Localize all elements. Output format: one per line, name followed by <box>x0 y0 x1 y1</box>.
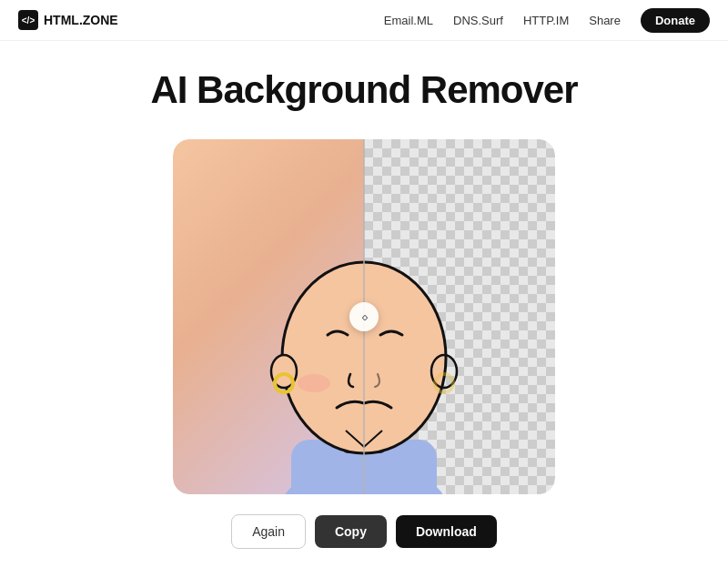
nav-links: Email.ML DNS.Surf HTTP.IM Share Donate <box>384 8 710 33</box>
action-buttons: Again Copy Download <box>231 514 497 549</box>
logo[interactable]: </> HTML.ZONE <box>18 10 118 30</box>
logo-text: HTML.ZONE <box>44 13 118 27</box>
copy-button[interactable]: Copy <box>315 515 387 548</box>
slider-handle[interactable]: ‹› <box>349 302 379 331</box>
main-content: AI Background Remover <box>0 41 728 549</box>
slider-arrows-icon: ‹› <box>361 309 366 324</box>
navbar: </> HTML.ZONE Email.ML DNS.Surf HTTP.IM … <box>0 0 728 41</box>
nav-link-share[interactable]: Share <box>589 14 621 27</box>
page-title: AI Background Remover <box>150 68 577 112</box>
logo-icon: </> <box>18 10 38 30</box>
image-comparison-container[interactable]: ‹› <box>173 139 555 494</box>
nav-link-dns-surf[interactable]: DNS.Surf <box>453 14 503 27</box>
nav-link-http-im[interactable]: HTTP.IM <box>523 14 569 27</box>
nav-link-email-ml[interactable]: Email.ML <box>384 14 433 27</box>
again-button[interactable]: Again <box>231 514 306 549</box>
download-button[interactable]: Download <box>396 515 497 548</box>
donate-button[interactable]: Donate <box>641 8 710 33</box>
svg-point-9 <box>298 374 330 392</box>
